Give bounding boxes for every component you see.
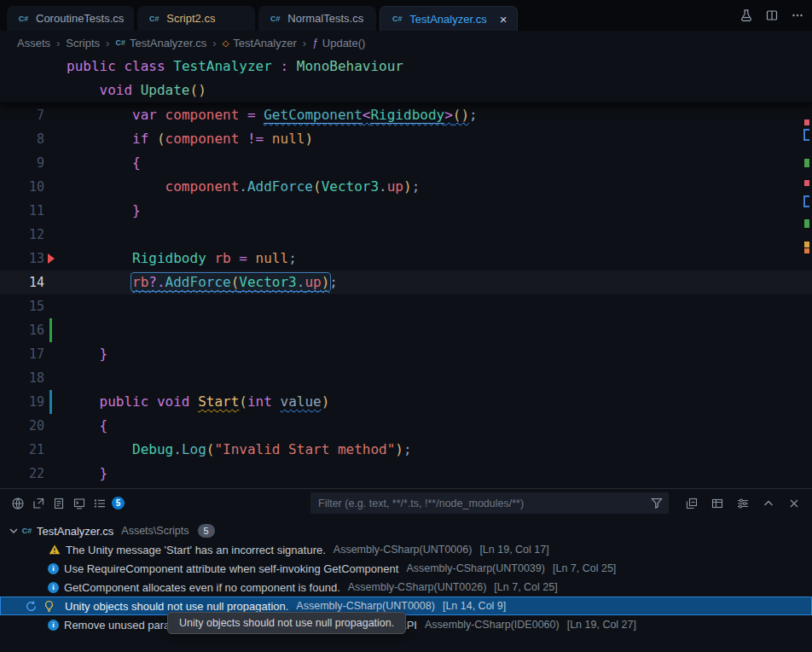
code-line[interactable]: 22 } bbox=[0, 462, 812, 486]
ruler-mark bbox=[804, 180, 809, 186]
code-line[interactable]: 15 bbox=[0, 294, 812, 318]
sticky-line[interactable]: void Update() bbox=[0, 79, 812, 102]
code-line[interactable]: 12 bbox=[0, 223, 812, 247]
gutter-decorations bbox=[44, 151, 67, 175]
code-line[interactable]: 20 { bbox=[0, 414, 812, 438]
gutter-decorations bbox=[44, 438, 67, 462]
breadcrumb-item[interactable]: ◇TestAnalyzer bbox=[223, 37, 297, 49]
line-number[interactable]: 18 bbox=[0, 366, 44, 390]
code-line[interactable]: 7 var component = GetComponent<Rigidbody… bbox=[0, 103, 812, 127]
code-line[interactable]: 16 bbox=[0, 318, 812, 342]
line-number[interactable]: 9 bbox=[0, 151, 44, 175]
problems-file-row[interactable]: C#TestAnalyzer.csAssets\Scripts5 bbox=[0, 521, 812, 540]
line-number[interactable]: 19 bbox=[0, 390, 44, 414]
split-editor-icon[interactable] bbox=[764, 8, 780, 23]
line-number[interactable]: 15 bbox=[0, 294, 44, 318]
line-number[interactable]: 11 bbox=[0, 199, 44, 223]
line-number[interactable]: 13 bbox=[0, 247, 44, 271]
code-line[interactable]: 18 bbox=[0, 366, 812, 390]
filter-settings-icon[interactable] bbox=[734, 494, 752, 513]
line-number[interactable]: 14 bbox=[0, 271, 44, 294]
table-view-icon[interactable] bbox=[708, 494, 727, 513]
code-line[interactable]: 9 { bbox=[0, 151, 812, 175]
breadcrumb-separator: › bbox=[212, 37, 216, 49]
code-token: () bbox=[190, 82, 206, 98]
terminal-icon[interactable] bbox=[70, 494, 89, 513]
line-number[interactable]: 10 bbox=[0, 175, 44, 199]
editor-actions bbox=[739, 8, 805, 23]
method-icon: ƒ bbox=[312, 37, 318, 49]
line-number[interactable] bbox=[0, 55, 44, 79]
code-token bbox=[67, 202, 132, 218]
line-number[interactable]: 7 bbox=[0, 103, 44, 127]
code-token bbox=[239, 107, 247, 123]
code-token: ; bbox=[469, 107, 478, 123]
problems-filter-input[interactable] bbox=[310, 492, 669, 514]
code-line[interactable]: 11 } bbox=[0, 199, 812, 223]
line-content: } bbox=[67, 462, 812, 486]
tab-coroutinetests-cs[interactable]: C#CoroutineTests.cs bbox=[7, 6, 134, 31]
code-token bbox=[256, 107, 264, 123]
problem-row[interactable]: The Unity message 'Start' has an incorre… bbox=[0, 540, 812, 559]
line-number[interactable]: 20 bbox=[0, 414, 44, 438]
code-token bbox=[272, 393, 281, 410]
sticky-line[interactable]: public class TestAnalyzer : MonoBehaviou… bbox=[0, 55, 812, 79]
collapse-all-icon[interactable] bbox=[682, 494, 701, 513]
tab-normaltests-cs[interactable]: C#NormalTests.cs bbox=[258, 6, 376, 31]
breadcrumb-separator: › bbox=[106, 37, 109, 49]
tab-close-icon[interactable]: × bbox=[493, 13, 508, 26]
git-deleted-marker bbox=[48, 253, 55, 264]
beaker-icon[interactable] bbox=[739, 8, 754, 23]
ports-icon[interactable] bbox=[9, 494, 27, 513]
severity-info-icon bbox=[48, 582, 59, 593]
gutter-decorations bbox=[44, 366, 67, 390]
line-number[interactable] bbox=[0, 79, 44, 102]
code-line[interactable]: 19 public void Start(int value) bbox=[0, 390, 812, 414]
breadcrumb-item[interactable]: Assets bbox=[17, 37, 50, 49]
problems-icon[interactable] bbox=[90, 494, 109, 513]
code-line[interactable]: 17 } bbox=[0, 342, 812, 366]
line-number[interactable]: 8 bbox=[0, 127, 44, 151]
line-number[interactable]: 21 bbox=[0, 438, 44, 462]
code-token: ( bbox=[313, 178, 322, 195]
breadcrumb-item[interactable]: C#TestAnalyzer.cs bbox=[115, 37, 206, 49]
code-line[interactable]: 14 rb?.AddForce(Vector3.up); bbox=[0, 271, 812, 294]
line-number[interactable]: 12 bbox=[0, 223, 44, 247]
code-token: void bbox=[100, 82, 133, 98]
code-token: int bbox=[247, 393, 272, 410]
code-token: null bbox=[272, 131, 305, 147]
code-token: public bbox=[100, 393, 149, 410]
code-token: . bbox=[239, 178, 247, 195]
code-token bbox=[132, 82, 141, 98]
tab-script2-cs[interactable]: C#Script2.cs bbox=[137, 6, 255, 31]
debug-console-icon[interactable] bbox=[29, 494, 48, 513]
tab-testanalyzer-cs[interactable]: C#TestAnalyzer.cs× bbox=[380, 6, 518, 31]
filter-funnel-icon[interactable] bbox=[650, 496, 664, 509]
maximize-panel-icon[interactable] bbox=[759, 494, 778, 513]
panel-header: 5 bbox=[0, 489, 812, 517]
breadcrumb-item[interactable]: Scripts bbox=[66, 37, 100, 49]
close-panel-icon[interactable] bbox=[785, 494, 803, 513]
code-token bbox=[206, 250, 215, 266]
gutter-decorations bbox=[44, 55, 67, 79]
output-icon[interactable] bbox=[49, 494, 68, 513]
gutter-decorations bbox=[44, 79, 67, 102]
code-token bbox=[190, 393, 199, 410]
code-line[interactable]: 8 if (component != null) bbox=[0, 127, 812, 151]
line-number[interactable]: 17 bbox=[0, 342, 44, 366]
code-token: component bbox=[165, 178, 240, 195]
problem-row[interactable]: GetComponent allocates even if no compon… bbox=[0, 578, 812, 597]
code-editor[interactable]: public class TestAnalyzer : MonoBehaviou… bbox=[0, 55, 812, 488]
line-number[interactable]: 22 bbox=[0, 462, 44, 486]
code-token bbox=[264, 131, 272, 147]
problem-row[interactable]: Unity objects should not use null propag… bbox=[0, 597, 812, 615]
code-line[interactable]: 21 Debug.Log("Invalid Start method"); bbox=[0, 438, 812, 462]
line-content: Debug.Log("Invalid Start method"); bbox=[67, 438, 812, 462]
breadcrumb-item[interactable]: ƒUpdate() bbox=[312, 37, 365, 49]
code-line[interactable]: 13 Rigidbody rb = null; bbox=[0, 247, 812, 271]
problem-row[interactable]: Use RequireComponent attribute when self… bbox=[0, 559, 812, 578]
line-number[interactable]: 16 bbox=[0, 318, 44, 342]
code-line[interactable]: 10 component.AddForce(Vector3.up); bbox=[0, 175, 812, 199]
code-token bbox=[239, 131, 247, 147]
breadcrumb-separator: › bbox=[56, 37, 60, 49]
